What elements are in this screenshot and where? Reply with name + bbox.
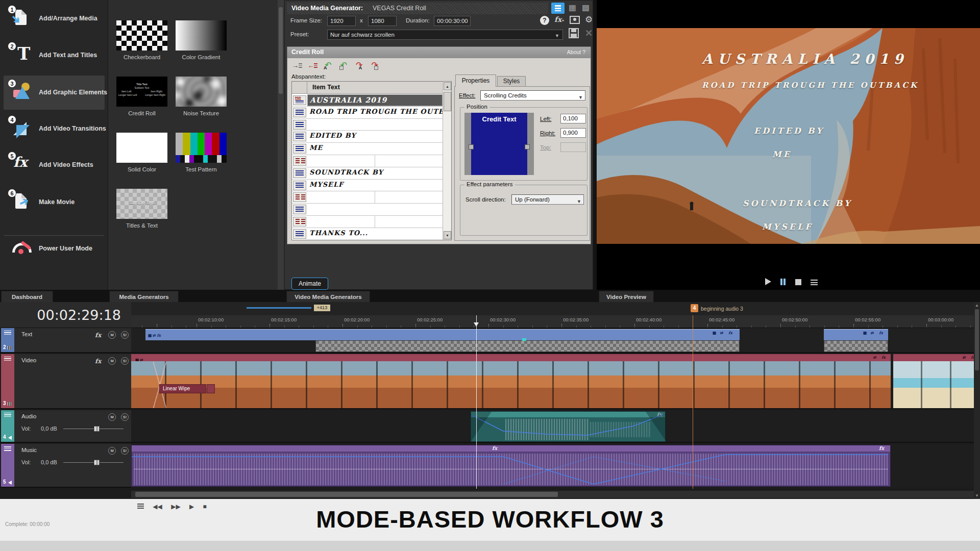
track-color-strip[interactable]: 3 <box>1 354 14 408</box>
credit-row[interactable] <box>292 155 443 167</box>
credit-row[interactable]: ROAD TRIP TROUGH THE OUTBA <box>292 107 443 119</box>
indent-out-icon[interactable]: ← <box>307 62 318 71</box>
track-content-audio[interactable]: fx <box>131 410 974 443</box>
timeline-vscrollbar[interactable]: ▲ ▼ <box>974 302 980 499</box>
video-clip-b-bar[interactable]: ⇄fx <box>893 354 974 361</box>
mute-button[interactable]: M <box>108 331 116 339</box>
scroll-down-icon[interactable]: ▼ <box>444 231 451 239</box>
credit-row[interactable]: SOUNDTRACK BY <box>292 167 443 180</box>
text-clip-b[interactable]: ▦⇄fx <box>824 329 888 340</box>
sidebar-item-add-effects[interactable]: 5 fx Add Video Effects <box>0 148 108 181</box>
play-icon[interactable] <box>765 278 771 285</box>
hscroll-thumb[interactable] <box>135 492 558 497</box>
generated-media-icon[interactable] <box>570 16 580 24</box>
help-icon[interactable]: ? <box>540 16 549 25</box>
music-envelope[interactable] <box>132 445 891 487</box>
media-fx-icon[interactable]: fx+ <box>554 15 564 23</box>
tab-properties[interactable]: Properties <box>455 74 496 87</box>
marker-flag[interactable]: 4 <box>691 304 698 312</box>
scroll-down-icon[interactable]: ▼ <box>975 493 979 498</box>
volume-slider-handle[interactable] <box>94 426 100 432</box>
delete-item-icon[interactable]: ↷ <box>369 60 380 69</box>
insert-item-above-icon[interactable]: ↶ <box>338 60 349 69</box>
timeline-zoom-slider[interactable] <box>247 307 311 309</box>
timecode-display[interactable]: 00:02:29:18 <box>0 302 131 328</box>
thumbnail-solid-color[interactable] <box>116 133 167 163</box>
credit-row[interactable]: EDITED BY <box>292 131 443 143</box>
right-field[interactable]: 0,900 <box>560 128 586 138</box>
sidebar-item-make-movie[interactable]: 6 ➔ Make Movie <box>0 186 108 218</box>
tab-styles[interactable]: Styles <box>497 76 526 87</box>
grid-view-button[interactable]: ▦ <box>569 3 576 12</box>
thumbnail-titles-text[interactable]: Sample Text <box>116 189 167 219</box>
large-grid-view-button[interactable]: ▩ <box>582 3 590 12</box>
volume-slider-handle[interactable] <box>94 460 100 465</box>
left-field[interactable]: 0,100 <box>560 114 586 123</box>
sol o-button[interactable]: S! <box>121 357 129 365</box>
delete-text-icon[interactable]: ↷A <box>354 60 365 69</box>
playlist-icon[interactable] <box>811 280 818 285</box>
credit-row[interactable]: THANKS TO... <box>292 228 443 240</box>
delete-preset-icon[interactable]: ✕ <box>585 28 593 39</box>
thumbnail-test-pattern[interactable] <box>176 133 227 163</box>
save-preset-icon[interactable] <box>569 28 579 38</box>
track-color-strip[interactable]: 5 <box>1 444 14 487</box>
media-panel-scrollbar[interactable] <box>278 0 284 290</box>
list-view-button[interactable] <box>551 3 565 14</box>
scroll-thumb[interactable] <box>444 92 451 111</box>
credit-row[interactable] <box>292 204 443 216</box>
credit-row[interactable]: MYSELF <box>292 180 443 192</box>
pause-icon[interactable] <box>780 279 786 285</box>
track-header-audio[interactable]: 4 Audio M S! Vol: 0,0 dB <box>0 410 131 443</box>
playhead[interactable] <box>476 315 477 489</box>
mute-button[interactable]: M <box>108 357 116 365</box>
volume-slider[interactable] <box>63 462 124 463</box>
animate-button[interactable]: Animate <box>291 278 328 290</box>
track-header-video[interactable]: 3 Video fx M S! <box>0 354 131 409</box>
effect-combo[interactable]: Scrolling Credits ▼ <box>480 90 585 101</box>
sidebar-item-add-transitions[interactable]: 4 Add Video Transitions <box>0 112 108 145</box>
credit-row[interactable] <box>292 216 443 228</box>
mute-button[interactable]: M <box>108 413 116 421</box>
scroll-up-icon[interactable]: ▲ <box>975 303 979 308</box>
track-color-strip[interactable]: 2 <box>1 328 14 352</box>
track-fx-button[interactable]: fx <box>95 332 101 339</box>
credit-row[interactable] <box>292 191 443 204</box>
right-drag-handle[interactable] <box>525 144 530 149</box>
frame-height-field[interactable]: 1080 <box>368 16 397 26</box>
credits-list[interactable]: Item Text Hdr AUSTRALIA 2019 ROAD TRIP T… <box>291 81 452 240</box>
insert-text-above-icon[interactable]: ↶A <box>323 60 334 69</box>
music-clip[interactable]: fx fx <box>131 445 891 487</box>
tab-video-preview[interactable]: Video Preview <box>599 291 654 302</box>
gear-icon[interactable]: ⚙ <box>585 14 593 25</box>
track-header-music[interactable]: 5 Music M S! Vol: 0,0 dB <box>0 444 131 488</box>
credit-row[interactable] <box>292 119 443 131</box>
tab-dashboard[interactable]: Dashboard <box>1 291 53 302</box>
thumbnail-checkerboard[interactable] <box>116 20 167 51</box>
sidebar-item-add-media[interactable]: 1 ➔ Add/Arrange Media <box>0 2 108 35</box>
tab-media-generators[interactable]: Media Generators <box>109 291 179 302</box>
duration-field[interactable]: 00:00:30:00 <box>434 16 471 26</box>
frame-width-field[interactable]: 1920 <box>327 16 356 26</box>
vscroll-thumb[interactable] <box>975 309 979 370</box>
dialog-title-bar[interactable]: Video Media Generator: VEGAS Credit Roll <box>287 3 548 14</box>
volume-slider[interactable] <box>63 429 124 429</box>
list-scrollbar[interactable]: ▲ ▼ <box>443 82 451 240</box>
solo-button[interactable]: S! <box>121 331 129 339</box>
solo-button[interactable]: S! <box>121 447 129 455</box>
audio-envelope[interactable] <box>471 412 666 442</box>
credit-roll-title-bar[interactable]: Credit Roll About ? <box>287 47 591 58</box>
sidebar-item-add-text[interactable]: 2 T Add Text and Titles <box>0 39 108 71</box>
mute-button[interactable]: M <box>108 447 116 455</box>
credit-row-selected[interactable]: Hdr AUSTRALIA 2019 <box>292 94 443 107</box>
stop-icon[interactable] <box>795 279 801 285</box>
track-content-video[interactable]: ▦⇄ ⇄fx Linear Wipe ⇄fx <box>131 354 974 409</box>
timeline-ruler[interactable]: 00:02:10:00 00:02:15:00 00:02:20:00 00:0… <box>131 315 974 328</box>
position-preview[interactable]: Credit Text <box>464 113 534 175</box>
transition-label[interactable]: Linear Wipe <box>159 384 206 393</box>
preset-combo[interactable]: Nur auf schwarz scrollen ▼ <box>327 30 563 40</box>
scroll-direction-combo[interactable]: Up (Forward) ▼ <box>511 194 584 205</box>
track-fx-button[interactable]: fx <box>95 358 101 365</box>
left-drag-handle[interactable] <box>469 144 474 149</box>
sidebar-item-add-graphics[interactable]: 3 Add Graphic Elements <box>0 76 108 109</box>
